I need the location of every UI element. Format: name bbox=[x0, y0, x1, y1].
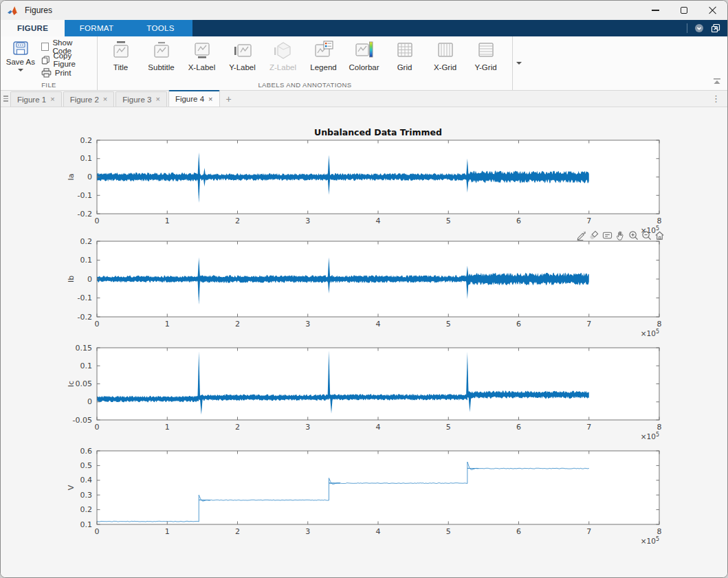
export-button[interactable] bbox=[575, 229, 587, 241]
close-tab-icon[interactable]: × bbox=[103, 96, 107, 103]
svg-text:0.1: 0.1 bbox=[80, 520, 93, 529]
grid-button[interactable]: Grid bbox=[384, 39, 425, 71]
svg-text:3: 3 bbox=[305, 216, 310, 225]
x-grid-button[interactable]: X-Grid bbox=[425, 39, 465, 71]
legend-button[interactable]: Legend bbox=[303, 39, 344, 71]
svg-text:×105: ×105 bbox=[641, 329, 659, 338]
close-tab-icon[interactable]: × bbox=[50, 96, 54, 103]
svg-text:0.1: 0.1 bbox=[80, 154, 93, 163]
svg-text:4: 4 bbox=[376, 423, 381, 432]
copy-figure-button[interactable]: Copy Figure bbox=[39, 53, 94, 66]
svg-text:-0.05: -0.05 bbox=[73, 416, 92, 425]
tab-options-icon[interactable]: ⋮ bbox=[712, 93, 720, 104]
tab-list-icon[interactable] bbox=[1, 91, 10, 107]
colorbar-button[interactable]: Colorbar bbox=[344, 39, 384, 71]
save-icon bbox=[12, 41, 29, 56]
zoom-in-button[interactable] bbox=[628, 229, 639, 241]
svg-text:0.2: 0.2 bbox=[80, 136, 93, 145]
svg-text:-0.1: -0.1 bbox=[78, 293, 92, 302]
close-tab-icon[interactable]: × bbox=[208, 96, 212, 103]
svg-text:3: 3 bbox=[305, 423, 310, 432]
tab-figure-4[interactable]: Figure 4 × bbox=[168, 90, 220, 107]
restore-view-button[interactable] bbox=[654, 229, 665, 241]
svg-text:5: 5 bbox=[446, 527, 451, 536]
collapse-ribbon-icon bbox=[712, 78, 722, 85]
title-icon bbox=[112, 41, 130, 61]
save-as-label: Save As bbox=[6, 58, 35, 66]
ribbon-tab-tools[interactable]: TOOLS bbox=[129, 20, 192, 36]
svg-text:V: V bbox=[67, 485, 76, 490]
svg-text:0: 0 bbox=[95, 216, 100, 225]
ribbon-tab-figure[interactable]: FIGURE bbox=[1, 20, 65, 36]
ribbon-toolstrip: Save As Show Code Copy Figure bbox=[1, 36, 727, 91]
copy-figure-label: Copy Figure bbox=[53, 52, 92, 68]
ribbon-help-chevron-icon[interactable] bbox=[694, 23, 704, 33]
svg-text:8: 8 bbox=[657, 216, 662, 225]
close-tab-icon[interactable]: × bbox=[155, 96, 159, 103]
y-label-button[interactable]: Y-Label bbox=[222, 39, 263, 71]
tab-figure-1[interactable]: Figure 1 × bbox=[10, 91, 62, 107]
title-button[interactable]: Title bbox=[100, 39, 141, 71]
save-as-button[interactable]: Save As bbox=[5, 40, 36, 79]
labels-section-label: LABELS AND ANNOTATIONS bbox=[98, 81, 512, 89]
y-label-icon bbox=[234, 41, 252, 61]
minimize-button[interactable] bbox=[641, 1, 670, 20]
svg-text:0: 0 bbox=[87, 397, 92, 406]
svg-text:0.6: 0.6 bbox=[80, 447, 93, 456]
svg-text:7: 7 bbox=[586, 216, 591, 225]
print-button[interactable]: Print bbox=[39, 66, 94, 79]
svg-text:6: 6 bbox=[516, 423, 521, 432]
svg-text:0.4: 0.4 bbox=[80, 476, 93, 485]
svg-text:1: 1 bbox=[165, 423, 170, 432]
z-label-icon bbox=[274, 41, 293, 61]
svg-text:-0.1: -0.1 bbox=[78, 191, 92, 200]
svg-text:4: 4 bbox=[376, 216, 381, 225]
svg-text:2: 2 bbox=[235, 423, 240, 432]
show-code-checkbox[interactable] bbox=[41, 43, 49, 51]
ribbon-tab-format[interactable]: FORMAT bbox=[65, 20, 129, 36]
popout-window-icon[interactable] bbox=[711, 23, 720, 33]
subplots-svg: 012345678-0.2-0.100.10.2Ia×105Unbalanced… bbox=[1, 107, 728, 578]
svg-text:2: 2 bbox=[235, 216, 240, 225]
maximize-button[interactable] bbox=[670, 1, 698, 20]
new-figure-button[interactable]: + bbox=[221, 91, 236, 107]
labels-annotations-section: Title Subtitle X-Lab bbox=[98, 36, 513, 90]
copy-icon bbox=[41, 55, 50, 65]
svg-text:5: 5 bbox=[446, 216, 451, 225]
file-section: Save As Show Code Copy Figure bbox=[1, 36, 98, 90]
brush-icon bbox=[589, 230, 599, 241]
svg-text:7: 7 bbox=[586, 423, 591, 432]
svg-text:7: 7 bbox=[586, 527, 591, 536]
brush-button[interactable] bbox=[588, 229, 600, 241]
svg-text:Ib: Ib bbox=[67, 276, 76, 282]
labels-overflow-button[interactable] bbox=[513, 36, 525, 90]
svg-text:×105: ×105 bbox=[641, 432, 659, 441]
legend-icon bbox=[314, 41, 333, 61]
datatips-button[interactable] bbox=[602, 229, 613, 241]
tab-figure-3[interactable]: Figure 3 × bbox=[115, 91, 167, 107]
svg-text:6: 6 bbox=[516, 527, 521, 536]
subtitle-button[interactable]: Subtitle bbox=[141, 39, 181, 71]
svg-text:5: 5 bbox=[446, 423, 451, 432]
colorbar-icon bbox=[355, 41, 374, 61]
svg-text:0.1: 0.1 bbox=[80, 362, 93, 370]
x-grid-icon bbox=[437, 41, 454, 61]
zoom-out-button[interactable] bbox=[641, 229, 652, 241]
x-label-button[interactable]: X-Label bbox=[181, 39, 222, 71]
svg-text:0.1: 0.1 bbox=[80, 256, 93, 265]
pan-icon bbox=[615, 230, 626, 241]
svg-text:8: 8 bbox=[657, 320, 662, 329]
svg-text:4: 4 bbox=[376, 320, 381, 329]
tab-figure-2[interactable]: Figure 2 × bbox=[63, 91, 115, 107]
svg-text:Ic: Ic bbox=[67, 381, 76, 387]
svg-text:2: 2 bbox=[235, 320, 240, 329]
export-icon bbox=[576, 230, 586, 241]
pan-button[interactable] bbox=[615, 229, 626, 241]
svg-text:0: 0 bbox=[95, 320, 100, 329]
y-grid-button[interactable]: Y-Grid bbox=[465, 39, 506, 71]
close-button[interactable] bbox=[698, 1, 727, 20]
overflow-caret-icon bbox=[516, 62, 522, 65]
collapse-ribbon-button[interactable] bbox=[712, 75, 722, 87]
svg-text:-0.2: -0.2 bbox=[78, 313, 92, 322]
zoom-out-icon bbox=[641, 230, 652, 241]
